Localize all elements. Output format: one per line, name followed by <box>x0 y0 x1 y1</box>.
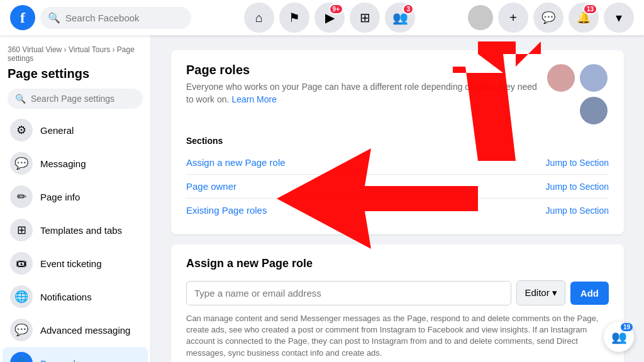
learn-more-link[interactable]: Learn More <box>231 94 277 104</box>
floating-group-btn[interactable]: 👥 19 <box>604 322 634 352</box>
messenger-btn[interactable]: 💬 <box>533 3 564 33</box>
sidebar-label-notifications: Notifications <box>40 292 140 302</box>
assign-jump-link[interactable]: Jump to Section <box>546 158 609 168</box>
main-layout: 360 Virtual View › Virtual Tours › Page … <box>0 35 644 362</box>
groups-badge: 3 <box>402 4 414 14</box>
global-search-box[interactable]: 🔍 <box>40 7 191 29</box>
settings-sidebar: 360 Virtual View › Virtual Tours › Page … <box>0 35 151 362</box>
search-input[interactable] <box>65 13 184 23</box>
globe-icon: 🌐 <box>10 285 33 308</box>
owner-jump-link[interactable]: Jump to Section <box>546 182 609 192</box>
video-badge: 9+ <box>329 4 343 14</box>
existing-page-roles-link[interactable]: Existing Page roles <box>186 205 267 216</box>
sidebar-search-icon: 🔍 <box>15 94 26 104</box>
search-icon: 🔍 <box>48 12 60 24</box>
sections-label: Sections <box>186 136 609 146</box>
section-link-existing: Existing Page roles Jump to Section <box>186 199 609 222</box>
marketplace-nav-btn[interactable]: ⊞ <box>350 3 380 33</box>
sidebar-label-page-roles: Page roles <box>40 358 140 363</box>
group-people-icon: 👥 <box>611 329 627 344</box>
sidebar-label-messaging: Messaging <box>40 158 140 169</box>
page-roles-title: Page roles <box>186 63 546 77</box>
sidebar-item-messaging[interactable]: 💬 Messaging <box>3 147 148 180</box>
groups-nav-btn[interactable]: 👥 3 <box>385 3 415 33</box>
plus-icon: + <box>509 11 517 25</box>
sidebar-label-general: General <box>40 125 140 136</box>
avatar-cluster <box>546 63 609 126</box>
sidebar-item-templates-tabs[interactable]: ⊞ Templates and tabs <box>3 214 148 246</box>
breadcrumb: 360 Virtual View › Virtual Tours › Page … <box>0 43 150 64</box>
video-nav-btn[interactable]: ▶ 9+ <box>314 3 345 33</box>
store-icon: ⊞ <box>360 10 370 25</box>
sidebar-label-advanced-messaging: Advanced messaging <box>40 325 140 336</box>
flag-icon: ⚑ <box>289 10 300 25</box>
pages-nav-btn[interactable]: ⚑ <box>279 3 309 33</box>
role-description: Can manage content and send Messenger me… <box>186 313 609 359</box>
page-roles-header: Page roles Everyone who works on your Pa… <box>186 63 609 126</box>
avatar-row-bottom <box>579 96 609 126</box>
messenger-icon: 💬 <box>541 11 555 25</box>
role-selector-btn[interactable]: Editor ▾ <box>516 280 565 305</box>
floating-badge: 19 <box>621 323 633 331</box>
avatar-1 <box>546 63 576 93</box>
grid-icon: ⊞ <box>10 219 33 241</box>
notifications-badge: 13 <box>583 4 597 14</box>
section-link-owner: Page owner Jump to Section <box>186 175 609 199</box>
pencil-icon: ✏ <box>10 185 33 208</box>
sidebar-item-general[interactable]: ⚙ General <box>3 114 148 146</box>
assign-role-title: Assign a new Page role <box>186 257 609 270</box>
page-owner-link[interactable]: Page owner <box>186 181 236 192</box>
message-icon: 💬 <box>10 319 33 341</box>
sidebar-item-page-roles[interactable]: 👤 Page roles <box>3 347 148 362</box>
avatar-row-top <box>546 63 609 93</box>
facebook-logo[interactable]: f <box>10 5 35 30</box>
ticket-icon: 🎟 <box>10 252 33 275</box>
chat-icon: 💬 <box>10 152 33 175</box>
sidebar-search-box[interactable]: 🔍 <box>8 89 143 109</box>
home-icon: ⌂ <box>255 11 263 25</box>
page-roles-card: Page roles Everyone who works on your Pa… <box>171 50 624 234</box>
sidebar-item-page-info[interactable]: ✏ Page info <box>3 180 148 213</box>
add-menu-btn[interactable]: + <box>498 3 528 33</box>
page-title: Page settings <box>0 64 150 86</box>
add-role-btn[interactable]: Add <box>570 282 609 305</box>
sidebar-item-advanced-messaging[interactable]: 💬 Advanced messaging <box>3 314 148 346</box>
top-navigation: f 🔍 ⌂ ⚑ ▶ 9+ ⊞ 👥 3 + 💬 🔔 <box>0 0 644 35</box>
sidebar-item-event-ticketing[interactable]: 🎟 Event ticketing <box>3 247 148 280</box>
assign-role-card: Assign a new Page role Editor ▾ Add Can … <box>171 244 624 362</box>
sidebar-item-notifications[interactable]: 🌐 Notifications <box>3 280 148 313</box>
user-icon: 👤 <box>10 352 33 362</box>
avatar-3 <box>579 96 609 126</box>
avatar-2 <box>579 63 609 93</box>
home-nav-btn[interactable]: ⌂ <box>244 3 274 33</box>
nav-center-icons: ⌂ ⚑ ▶ 9+ ⊞ 👥 3 <box>191 3 468 33</box>
role-input-row: Editor ▾ Add <box>186 280 609 305</box>
role-name-input[interactable] <box>186 281 511 305</box>
main-content: Page roles Everyone who works on your Pa… <box>151 35 644 362</box>
user-avatar[interactable] <box>468 5 493 30</box>
sidebar-label-page-info: Page info <box>40 192 140 202</box>
sidebar-label-event-ticketing: Event ticketing <box>40 258 140 269</box>
assign-page-role-link[interactable]: Assign a new Page role <box>186 157 286 168</box>
page-roles-header-left: Page roles Everyone who works on your Pa… <box>186 63 546 106</box>
sidebar-search-input[interactable] <box>31 94 135 104</box>
topnav-right-controls: + 💬 🔔 13 ▾ <box>468 3 634 33</box>
section-link-assign: Assign a new Page role Jump to Section <box>186 151 609 175</box>
gear-icon: ⚙ <box>10 119 33 141</box>
notifications-btn[interactable]: 🔔 13 <box>569 3 599 33</box>
account-menu-btn[interactable]: ▾ <box>604 3 634 33</box>
page-roles-desc: Everyone who works on your Page can have… <box>186 81 546 106</box>
existing-jump-link[interactable]: Jump to Section <box>546 206 609 216</box>
sidebar-label-templates-tabs: Templates and tabs <box>40 225 140 236</box>
chevron-down-icon: ▾ <box>616 10 622 25</box>
